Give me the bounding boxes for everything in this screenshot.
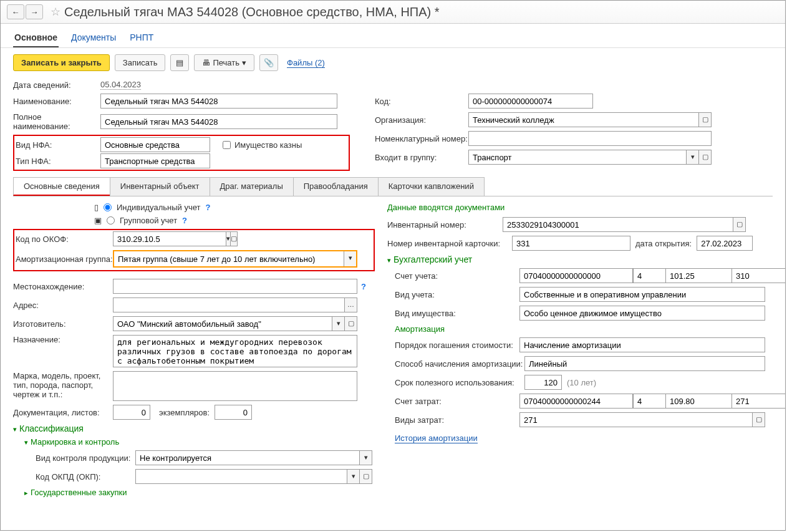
inv-no-open-icon[interactable]: ▢ [733, 217, 746, 232]
purpose-label: Назначение: [13, 335, 113, 344]
inv-card-label: Номер инвентарной карточки: [387, 239, 512, 248]
nomenclature-label: Номенклатурный номер: [375, 134, 468, 143]
inner-tab-rights[interactable]: Правообладания [293, 177, 379, 196]
inner-tab-main[interactable]: Основные сведения [13, 177, 110, 196]
amortization-header: Амортизация [395, 324, 773, 334]
expense4-input[interactable] [731, 394, 786, 409]
org-input[interactable] [468, 112, 699, 127]
amort-dropdown-icon[interactable]: ▾ [344, 251, 356, 266]
control-kind-label: Вид контроля продукции: [36, 453, 135, 463]
manufacturer-open-icon[interactable]: ▢ [345, 316, 357, 331]
method-input[interactable] [524, 356, 765, 371]
save-close-button[interactable]: Записать и закрыть [13, 54, 110, 71]
info-date-value[interactable]: 05.04.2023 [100, 80, 141, 90]
copies-input[interactable] [215, 405, 252, 420]
accounting-header[interactable]: ▾Бухгалтерский учет [387, 254, 773, 264]
dropdown-icon: ▾ [242, 58, 246, 67]
group-input[interactable] [468, 150, 687, 165]
manufacturer-dropdown-icon[interactable]: ▾ [332, 316, 345, 331]
files-link[interactable]: Файлы (2) [287, 58, 325, 68]
treasury-checkbox[interactable]: Имущество казны [223, 140, 302, 150]
expense-kinds-label: Виды затрат: [395, 415, 519, 425]
account1-input[interactable] [519, 268, 633, 283]
amortization-history-link[interactable]: История амортизации [395, 433, 478, 443]
manufacturer-input[interactable] [113, 316, 332, 331]
nfa-kind-input[interactable] [100, 137, 210, 152]
inner-tab-cards[interactable]: Карточки капвложений [378, 177, 485, 196]
help-icon[interactable]: ? [182, 216, 187, 225]
code-input[interactable] [468, 94, 593, 109]
open-date-label: дата открытия: [635, 239, 692, 248]
nfa-type-input[interactable] [100, 153, 210, 168]
control-dropdown-icon[interactable]: ▾ [360, 450, 372, 465]
address-pick-icon[interactable]: … [345, 297, 357, 312]
name-input[interactable] [100, 94, 337, 109]
help-icon[interactable]: ? [361, 282, 366, 291]
name-label: Наименование: [13, 97, 100, 106]
okpd-label: Код ОКПД (ОКП): [36, 472, 135, 481]
full-name-input[interactable] [100, 114, 337, 129]
inner-tab-metals[interactable]: Драг. материалы [210, 177, 294, 196]
inner-tabs: Основные сведения Инвентарный объект Дра… [13, 177, 773, 196]
inv-card-input[interactable] [512, 236, 630, 251]
nomenclature-input[interactable] [468, 131, 712, 146]
print-button[interactable]: 🖶 Печать ▾ [194, 54, 254, 71]
accounting-group-radio[interactable]: ▣ Групповой учет ? [94, 216, 375, 225]
useful-life-label: Срок полезного использования: [395, 378, 524, 387]
property-kind-label: Вид имущества: [395, 309, 519, 318]
tab-main[interactable]: Основное [13, 29, 59, 47]
okpd-dropdown-icon[interactable]: ▾ [347, 469, 360, 484]
model-label: Марка, модель, проект, тип, порода, пасп… [13, 371, 113, 399]
window-title: Седельный тягач МАЗ 544028 (Основное сре… [64, 5, 440, 19]
model-textarea[interactable] [113, 371, 357, 401]
accounting-individual-radio[interactable]: ▯ Индивидуальный учет ? [94, 203, 375, 212]
tab-rnpt[interactable]: РНПТ [128, 29, 155, 47]
nav-back-button[interactable]: ← [7, 4, 24, 19]
okof-dropdown-icon[interactable]: ▾ [226, 231, 231, 246]
org-open-icon[interactable]: ▢ [699, 112, 712, 127]
inner-tab-inv[interactable]: Инвентарный объект [110, 177, 210, 196]
okof-label: Код по ОКОФ: [16, 235, 113, 244]
property-kind-input[interactable] [519, 306, 765, 321]
open-date-input[interactable] [697, 236, 753, 251]
acct-kind-input[interactable] [519, 287, 765, 302]
address-label: Адрес: [13, 301, 113, 310]
okpd-open-icon[interactable]: ▢ [360, 469, 372, 484]
code-label: Код: [375, 97, 468, 106]
list-button[interactable]: ▤ [170, 54, 189, 71]
favorite-star-icon[interactable]: ☆ [51, 5, 60, 19]
gov-purchases-header[interactable]: ▸Государственные закупки [24, 488, 375, 497]
okof-input[interactable] [113, 231, 226, 246]
useful-life-input[interactable] [524, 375, 562, 390]
inv-no-input[interactable] [503, 217, 733, 232]
inv-no-label: Инвентарный номер: [387, 220, 503, 230]
save-button[interactable]: Записать [115, 54, 166, 71]
group-open-icon[interactable]: ▢ [699, 150, 712, 165]
amort-group-input[interactable] [114, 251, 344, 266]
help-icon[interactable]: ? [206, 203, 211, 212]
address-input[interactable] [113, 297, 345, 312]
docs-auto-text: Данные вводятся документами [387, 203, 773, 212]
location-label: Местонахождение: [13, 282, 113, 291]
toolbar: Записать и закрыть Записать ▤ 🖶 Печать ▾… [1, 48, 785, 77]
account4-input[interactable] [731, 268, 786, 283]
individual-icon: ▯ [94, 203, 99, 212]
repayment-label: Порядок погашения стоимости: [395, 341, 519, 350]
okof-open-icon[interactable]: ▢ [231, 231, 238, 246]
okpd-input[interactable] [135, 469, 347, 484]
expense1-input[interactable] [519, 394, 633, 409]
control-kind-input[interactable] [135, 450, 360, 465]
docs-sheets-input[interactable] [113, 405, 150, 420]
location-input[interactable] [113, 279, 357, 294]
marking-header[interactable]: ▾Маркировка и контроль [24, 437, 375, 447]
nfa-kind-label: Вид НФА: [16, 140, 100, 150]
nav-forward-button[interactable]: → [26, 4, 43, 19]
tab-documents[interactable]: Документы [70, 29, 117, 47]
attach-button[interactable]: 📎 [259, 54, 278, 71]
group-dropdown-icon[interactable]: ▾ [687, 150, 699, 165]
repayment-input[interactable] [519, 337, 765, 352]
group-icon: ▣ [94, 216, 102, 225]
purpose-textarea[interactable]: для региональных и междугородних перевоз… [113, 335, 357, 367]
expense-kinds-input[interactable] [519, 412, 753, 427]
classification-header[interactable]: ▾Классификация [13, 423, 375, 433]
